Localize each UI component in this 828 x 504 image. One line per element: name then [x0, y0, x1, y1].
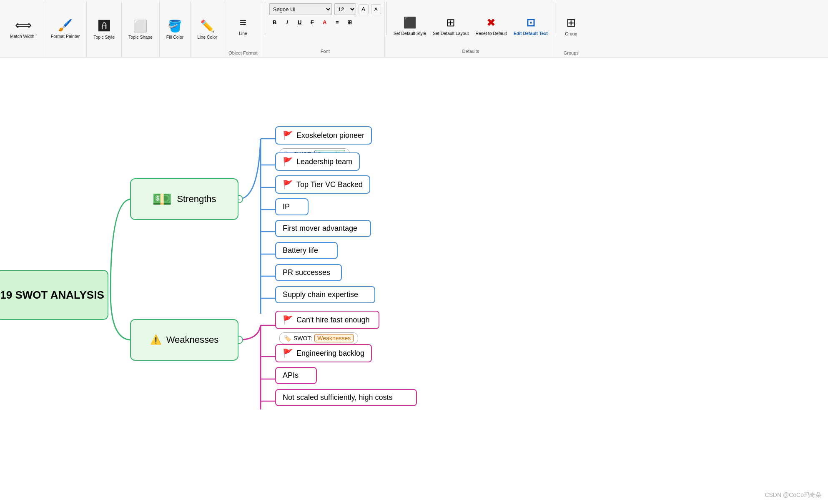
edit-default-text-icon: ⊡: [526, 16, 535, 29]
tag-icon-w1: 🏷️: [284, 335, 291, 342]
set-default-style-label: Set Default Style: [394, 31, 426, 36]
set-default-style-icon: ⬛: [403, 16, 417, 29]
weaknesses-node[interactable]: ⚠️ Weaknesses: [130, 319, 238, 361]
strengths-child-7[interactable]: PR successes: [275, 264, 342, 281]
reset-icon: ✖: [487, 16, 496, 29]
align-button[interactable]: ≡: [332, 17, 343, 27]
line-icon: ≡: [240, 16, 246, 29]
swot-tag-weaknesses: 🏷️ SWOT: Weaknesses: [279, 332, 358, 344]
strengths-child-2[interactable]: 🚩 Leadership team: [275, 152, 360, 171]
topic-shape-group: ⬜ Topic Shape: [122, 2, 160, 57]
reset-to-default-label: Reset to Default: [475, 31, 507, 36]
line-button[interactable]: ≡ Line: [233, 12, 253, 41]
groups-section: ⊞ Group Groups: [557, 2, 585, 57]
format-painter-icon: 🖌️: [58, 18, 73, 32]
groups-label: Groups: [564, 50, 579, 57]
match-width-button[interactable]: ⟺ Match Width `: [8, 14, 40, 43]
topic-style-icon: 🅰: [98, 19, 110, 33]
topic-style-label: Topic Style: [93, 35, 115, 40]
strengths-child-3[interactable]: 🚩 Top Tier VC Backed: [275, 175, 370, 194]
object-format-main-label: Object Format: [228, 50, 258, 57]
child-w3-text: APIs: [283, 371, 299, 380]
line-color-button[interactable]: ✏️ Line Color: [195, 15, 220, 44]
separator-1: [264, 2, 264, 35]
flag-icon-w1: 🚩: [283, 315, 293, 325]
flag-icon-2: 🚩: [283, 157, 293, 167]
italic-button[interactable]: I: [282, 17, 293, 27]
child-4-text: IP: [283, 202, 290, 211]
mind-map-canvas: − − 19 SWOT ANALYSIS 💵 Strengths ⚠️ Weak…: [0, 57, 828, 504]
swot-main-node[interactable]: 19 SWOT ANALYSIS: [0, 270, 108, 320]
strengths-label: Strengths: [177, 194, 216, 205]
set-default-style-button[interactable]: ⬛ Set Default Style: [392, 12, 428, 41]
topic-style-button[interactable]: 🅰 Topic Style: [91, 15, 117, 44]
bold-button[interactable]: B: [269, 17, 280, 27]
flag-icon-3: 🚩: [283, 180, 293, 190]
font-size-select[interactable]: 12: [334, 3, 356, 15]
topic-shape-label: Topic Shape: [128, 35, 153, 40]
watermark: CSDN @CoCo玛奇朵: [765, 492, 821, 499]
weaknesses-child-1[interactable]: 🚩 Can't hire fast enough: [275, 311, 379, 329]
child-6-text: Battery life: [283, 246, 318, 255]
child-w2-text: Engineering backlog: [296, 349, 364, 358]
strengths-icon: 💵: [152, 190, 172, 208]
weaknesses-child-3[interactable]: APIs: [275, 367, 317, 384]
connector-lines: − −: [0, 57, 828, 504]
topic-shape-button[interactable]: ⬜ Topic Shape: [126, 15, 155, 44]
set-default-layout-button[interactable]: ⊞ Set Default Layout: [431, 12, 470, 41]
toolbar: ⟺ Match Width ` 🖌️ Format Painter 🅰 Topi…: [0, 0, 828, 57]
weaknesses-icon: ⚠️: [150, 334, 161, 345]
defaults-label: Defaults: [392, 49, 549, 55]
group-button[interactable]: ⊞ Group: [561, 12, 581, 41]
strengths-node[interactable]: 💵 Strengths: [130, 178, 238, 220]
match-width-label: Match Width `: [10, 34, 37, 39]
edit-default-text-label: Edit Default Text: [514, 31, 548, 36]
swot-main-label: 19 SWOT ANALYSIS: [0, 289, 104, 302]
child-8-text: Supply chain expertise: [283, 290, 358, 299]
fill-color-icon: 🪣: [168, 19, 182, 33]
font-color-button[interactable]: A: [319, 17, 330, 27]
flag-icon-w2: 🚩: [283, 348, 293, 358]
font-size-increase-button[interactable]: A: [359, 4, 369, 14]
fill-color-button[interactable]: 🪣 Fill Color: [164, 15, 186, 44]
tag-value-w1: Weaknesses: [314, 334, 354, 342]
strengths-child-1[interactable]: 🚩 Exoskeleton pioneer: [275, 126, 372, 145]
child-7-text: PR successes: [283, 268, 330, 277]
font-size-decrease-button[interactable]: A: [371, 4, 381, 14]
group-label: Group: [565, 31, 577, 37]
separator-2: [386, 2, 387, 35]
font-family-select[interactable]: Segoe UI: [269, 3, 332, 15]
weaknesses-label: Weaknesses: [166, 334, 219, 345]
weaknesses-child-4[interactable]: Not scaled sufficiently, high costs: [275, 389, 417, 406]
set-default-layout-label: Set Default Layout: [433, 31, 469, 36]
fill-color-group: 🪣 Fill Color: [160, 2, 191, 57]
line-color-icon: ✏️: [200, 19, 215, 33]
line-color-group: ✏️ Line Color: [191, 2, 224, 57]
fill-color-label: Fill Color: [166, 35, 183, 40]
underline-button[interactable]: U: [294, 17, 305, 27]
text-effects-button[interactable]: ⊞: [344, 17, 355, 27]
format-painter-group: 🖌️ Format Painter: [44, 2, 87, 57]
match-width-group: ⟺ Match Width `: [3, 2, 44, 57]
edit-default-text-button[interactable]: ⊡ Edit Default Text: [512, 12, 549, 41]
weaknesses-child-2[interactable]: 🚩 Engineering backlog: [275, 344, 372, 362]
child-5-text: First mover advantage: [283, 224, 357, 233]
set-default-layout-icon: ⊞: [446, 16, 455, 29]
child-2-text: Leadership team: [296, 157, 352, 166]
strengths-child-5[interactable]: First mover advantage: [275, 220, 371, 237]
group-icon: ⊞: [566, 16, 576, 30]
line-color-label: Line Color: [197, 35, 217, 40]
match-width-icon: ⟺: [15, 18, 32, 32]
child-w4-text: Not scaled sufficiently, high costs: [283, 393, 392, 402]
strengths-child-8[interactable]: Supply chain expertise: [275, 286, 375, 303]
child-1-text: Exoskeleton pioneer: [296, 131, 364, 140]
strengths-child-6[interactable]: Battery life: [275, 242, 338, 259]
format-painter-button[interactable]: 🖌️ Format Painter: [48, 14, 82, 43]
strengths-child-4[interactable]: IP: [275, 198, 309, 215]
defaults-section: ⬛ Set Default Style ⊞ Set Default Layout…: [389, 2, 553, 57]
font-section: Segoe UI 12 A A B I U F A ≡ ⊞ Font: [266, 2, 385, 57]
format-painter-label: Format Painter: [51, 34, 80, 39]
reset-to-default-button[interactable]: ✖ Reset to Default: [474, 12, 508, 41]
child-w1-text: Can't hire fast enough: [296, 316, 370, 324]
strikethrough-button[interactable]: F: [307, 17, 318, 27]
